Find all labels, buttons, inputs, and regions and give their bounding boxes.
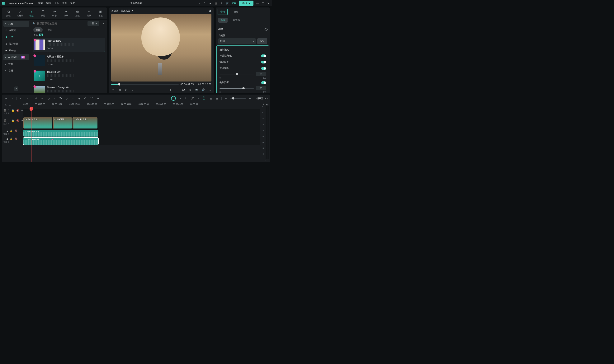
track-head-a1[interactable]: ♪1🔒🔇 音頻 1 (2, 129, 23, 136)
sidebar-ai-music[interactable]: ▸AI 音樂 ⦿AI (3, 54, 29, 60)
search-input[interactable] (37, 22, 86, 25)
rtab2-voicechanger[interactable]: 變聲器 (231, 18, 242, 23)
volume-button[interactable]: 🔊 (201, 88, 205, 91)
top-tab-6[interactable]: ◐濾鏡 (72, 9, 83, 18)
menu-view[interactable]: 視圖 (62, 1, 67, 5)
apps-icon[interactable]: ⊞ (220, 2, 223, 5)
preview-viewport[interactable] (111, 14, 212, 81)
search-box[interactable]: 🔍 (33, 22, 86, 25)
more-tools-button[interactable]: ≫ (96, 97, 99, 100)
lock-icon[interactable]: 🔒 (12, 109, 14, 112)
minimize-button[interactable]: — (256, 2, 259, 5)
dereverb-slider[interactable] (219, 88, 254, 89)
zoom-out-button[interactable]: ⊖ (224, 97, 228, 100)
text-tool-icon[interactable]: T▾ (59, 97, 63, 100)
expand-tool-icon[interactable]: ⛶ (90, 97, 93, 100)
track-lane-v1[interactable]: ▸ASMR - 自主...▸1種ASMR...▸ASMR - 自主... (23, 117, 260, 129)
export-button[interactable]: 導出▾ (239, 0, 254, 6)
lock-icon[interactable]: 🔒 (10, 130, 13, 132)
camera-button[interactable]: 📷 (195, 88, 198, 91)
crop-button[interactable]: ▢ (47, 97, 50, 100)
maximize-button[interactable]: ▢ (262, 2, 264, 5)
mute-icon[interactable]: 🔇 (14, 138, 17, 140)
track-head-v1[interactable]: 🎬1🔒🔇👁 影片 1 (2, 116, 23, 128)
track-lane-a1[interactable]: ♪Teardrop Sky (23, 129, 260, 137)
timeline-tracks-area[interactable]: 00:00 00:00:05:0000:00:10:0000:00:15:000… (23, 103, 260, 162)
lock-icon[interactable]: 🔒 (10, 138, 13, 140)
undo-button[interactable]: ↶ (19, 97, 23, 100)
snapshot-icon[interactable]: 🖼 (208, 9, 212, 13)
marker-icon[interactable]: ▥ (209, 97, 213, 100)
top-tab-5[interactable]: ✦效果 (60, 9, 72, 18)
cart-icon[interactable]: 🛒 (226, 2, 229, 5)
rtab-speed[interactable]: 速度 (231, 9, 240, 14)
normal-dn-toggle[interactable] (261, 67, 266, 70)
rtab2-basic[interactable]: 基礎 (218, 18, 227, 23)
redo-button[interactable]: ↷ (26, 97, 29, 100)
quality-selector[interactable]: 最高品質▾ (121, 9, 133, 13)
mic-icon[interactable]: 🎤 (191, 97, 194, 100)
filter-all[interactable]: 全部▾ (88, 21, 99, 26)
cloud-icon[interactable]: ☁ (209, 2, 212, 5)
sidebar-my[interactable]: ▾我的 (3, 21, 29, 27)
timeline-ruler[interactable]: 00:00 00:00:05:0000:00:10:0000:00:15:000… (23, 103, 260, 108)
indicator-select[interactable]: 指示器▾• (256, 97, 268, 100)
color-tool-icon[interactable]: ◑ (78, 97, 81, 100)
dereverb-value[interactable]: 70 (256, 86, 266, 90)
normal-dn-slider[interactable] (219, 74, 254, 74)
add-track-button[interactable]: ⎘ (4, 104, 7, 107)
track-item[interactable]: Train Window00:30 (33, 38, 105, 52)
sidebar-sfx[interactable]: ▸音效 (3, 61, 29, 67)
menu-file[interactable]: 檔案 (38, 1, 43, 5)
fullscreen-button[interactable]: ⛶ (208, 88, 212, 91)
progress-bar[interactable] (111, 84, 179, 85)
track-settings-icon[interactable]: ▦ (215, 97, 219, 100)
top-tab-8[interactable]: ▣模板 (95, 9, 106, 18)
top-tab-0[interactable]: ⧉媒體 (3, 9, 14, 18)
dereverb-toggle[interactable] (261, 81, 266, 84)
waves-icon[interactable]: ≋ (197, 97, 200, 100)
menu-help[interactable]: 幫助 (70, 1, 75, 5)
ai-enhance-toggle[interactable] (261, 54, 266, 57)
save-icon[interactable]: ⎙ (203, 2, 206, 5)
mute-icon[interactable]: 🔇 (14, 130, 17, 132)
video-clip[interactable]: ▸1種ASMR... (53, 117, 72, 129)
close-button[interactable]: ✕ (267, 2, 270, 5)
video-clip[interactable]: ▸ASMR - 自主... (23, 117, 52, 129)
track-item[interactable]: ♪Teardrop Sky02:35 (33, 69, 105, 83)
shield-icon[interactable]: 🛡 (185, 97, 188, 100)
audio-clip-trainwindow[interactable]: ♪Train Window◆ (23, 138, 98, 145)
screen-icon[interactable]: ▭ (197, 2, 200, 5)
rtab-audio[interactable]: 音頻 (218, 9, 227, 15)
delete-button[interactable]: 🗑 (35, 97, 38, 100)
mark-out-button[interactable]: } (175, 88, 179, 91)
stop-button[interactable]: □ (131, 88, 134, 91)
prev-frame-button[interactable]: ⏮ (111, 88, 115, 91)
audio-clip-teardrop[interactable]: ♪Teardrop Sky (23, 130, 98, 137)
top-tab-4[interactable]: ⇄轉場 (49, 9, 60, 18)
play-button[interactable]: ▷ (124, 88, 128, 91)
step-back-button[interactable]: ◁| (118, 88, 121, 91)
top-tab-7[interactable]: ✧貼紙 (83, 9, 95, 18)
top-tab-3[interactable]: T標題 (37, 9, 49, 18)
smart-button[interactable]: ☺ (171, 96, 176, 101)
sidebar-packs[interactable]: ✚素材包 (3, 48, 29, 53)
subtab-sfx[interactable]: 音效 (45, 27, 54, 32)
dewind-toggle[interactable] (261, 61, 266, 64)
mark-in-button[interactable]: { (169, 88, 172, 91)
sidebar-collapse-button[interactable]: ‹ (14, 87, 18, 91)
select-tool-icon[interactable]: ⊞ (4, 97, 8, 100)
playhead[interactable]: ✂ (31, 108, 31, 162)
track-item[interactable]: 短视频 可爱配乐01:19 (33, 53, 105, 67)
display-button[interactable]: 🖥 (188, 88, 192, 91)
keyframe-diamond-icon[interactable] (265, 28, 268, 31)
eq-settings-button[interactable]: 設定 (257, 38, 267, 44)
eq-preset-select[interactable]: 默認▾ (218, 38, 256, 44)
track-head-a2[interactable]: ♪2🔒🔇 音頻 2 (2, 137, 23, 144)
lock-icon[interactable]: 🔒 (12, 119, 14, 122)
subtab-music[interactable]: 音樂 (33, 27, 43, 32)
eye-icon[interactable]: 👁 (21, 109, 23, 112)
menu-tools[interactable]: 工具 (54, 1, 59, 5)
video-clip[interactable]: ▸ASMR - 自主... (73, 117, 97, 129)
mute-icon[interactable]: 🔇 (16, 109, 19, 112)
